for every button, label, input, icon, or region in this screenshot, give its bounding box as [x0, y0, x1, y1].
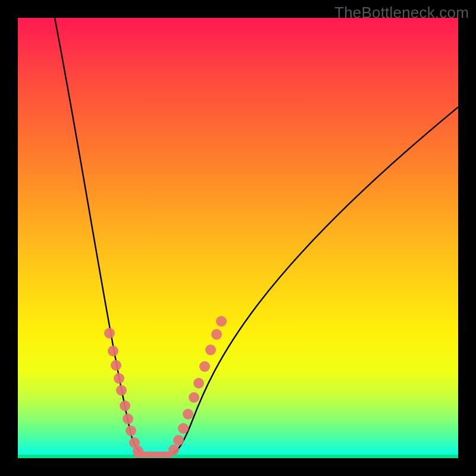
chart-frame: TheBottleneck.com	[0, 0, 476, 476]
data-point	[120, 400, 130, 411]
plot-area	[18, 18, 458, 458]
data-point	[193, 378, 204, 389]
data-point	[114, 373, 124, 384]
data-point	[116, 385, 127, 396]
data-point	[133, 446, 143, 456]
data-point	[211, 329, 222, 340]
right-dots-group	[168, 316, 227, 455]
data-point	[205, 345, 216, 355]
data-point	[168, 444, 179, 455]
data-point	[123, 414, 133, 424]
bottleneck-curve	[55, 18, 458, 455]
data-point	[108, 346, 118, 356]
data-point	[126, 425, 136, 436]
data-point	[111, 360, 121, 371]
curve-svg	[18, 18, 458, 458]
data-point	[178, 423, 189, 434]
data-point	[173, 435, 184, 446]
data-point	[183, 409, 193, 419]
data-point	[189, 392, 199, 403]
data-point	[199, 361, 210, 372]
left-dots-group	[104, 328, 143, 456]
data-point	[216, 316, 227, 327]
data-point	[104, 328, 115, 339]
